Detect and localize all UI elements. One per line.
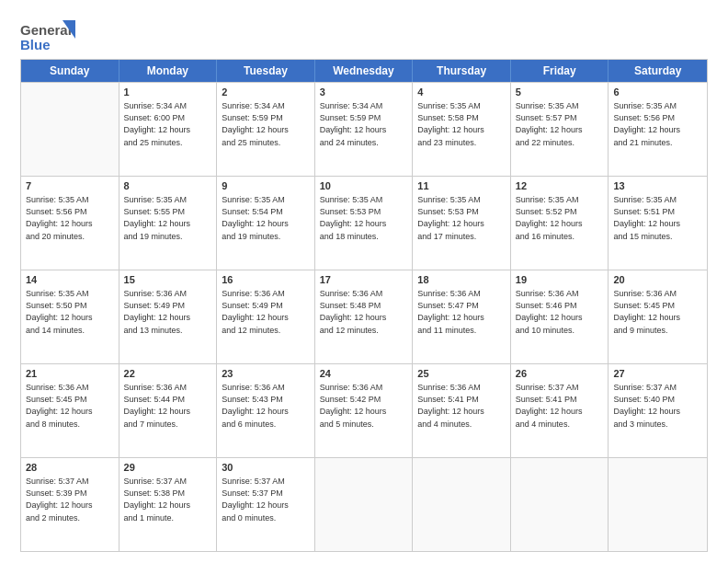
day-info: Sunrise: 5:35 AM Sunset: 5:53 PM Dayligh… — [417, 194, 506, 242]
calendar-cell: 7Sunrise: 5:35 AM Sunset: 5:56 PM Daylig… — [21, 177, 119, 270]
day-info: Sunrise: 5:34 AM Sunset: 6:00 PM Dayligh… — [124, 100, 212, 148]
day-number: 28 — [26, 461, 114, 475]
weekday-header: Thursday — [413, 60, 511, 82]
day-number: 29 — [124, 461, 212, 475]
calendar: SundayMondayTuesdayWednesdayThursdayFrid… — [20, 59, 708, 552]
day-number: 23 — [222, 367, 310, 381]
header: GeneralBlue — [20, 17, 708, 53]
calendar-row: 14Sunrise: 5:35 AM Sunset: 5:50 PM Dayli… — [21, 270, 707, 363]
calendar-cell: 4Sunrise: 5:35 AM Sunset: 5:58 PM Daylig… — [413, 83, 511, 176]
day-info: Sunrise: 5:36 AM Sunset: 5:45 PM Dayligh… — [613, 288, 702, 336]
day-info: Sunrise: 5:36 AM Sunset: 5:47 PM Dayligh… — [417, 288, 506, 336]
weekday-header: Saturday — [609, 60, 707, 82]
day-number: 2 — [222, 86, 310, 99]
day-number: 3 — [320, 86, 408, 99]
day-info: Sunrise: 5:35 AM Sunset: 5:50 PM Dayligh… — [26, 288, 114, 336]
day-info: Sunrise: 5:37 AM Sunset: 5:39 PM Dayligh… — [26, 476, 114, 523]
day-info: Sunrise: 5:34 AM Sunset: 5:59 PM Dayligh… — [222, 100, 310, 148]
calendar-cell: 28Sunrise: 5:37 AM Sunset: 5:39 PM Dayli… — [21, 458, 119, 551]
day-number: 26 — [516, 367, 604, 381]
calendar-cell: 5Sunrise: 5:35 AM Sunset: 5:57 PM Daylig… — [511, 83, 609, 176]
day-info: Sunrise: 5:36 AM Sunset: 5:41 PM Dayligh… — [417, 382, 506, 430]
calendar-cell: 23Sunrise: 5:36 AM Sunset: 5:43 PM Dayli… — [217, 364, 315, 457]
day-info: Sunrise: 5:36 AM Sunset: 5:49 PM Dayligh… — [222, 288, 310, 336]
day-number: 24 — [320, 367, 408, 381]
calendar-row: 28Sunrise: 5:37 AM Sunset: 5:39 PM Dayli… — [21, 457, 707, 551]
calendar-cell: 20Sunrise: 5:36 AM Sunset: 5:45 PM Dayli… — [609, 270, 707, 363]
day-number: 17 — [320, 273, 408, 287]
calendar-cell: 19Sunrise: 5:36 AM Sunset: 5:46 PM Dayli… — [511, 270, 609, 363]
day-info: Sunrise: 5:35 AM Sunset: 5:53 PM Dayligh… — [320, 194, 408, 242]
day-number: 1 — [124, 86, 212, 99]
day-number: 27 — [613, 367, 702, 381]
weekday-header: Tuesday — [217, 60, 315, 82]
day-number: 11 — [417, 179, 506, 193]
calendar-row: 7Sunrise: 5:35 AM Sunset: 5:56 PM Daylig… — [21, 176, 707, 270]
svg-text:General: General — [20, 22, 72, 38]
calendar-body: 1Sunrise: 5:34 AM Sunset: 6:00 PM Daylig… — [21, 82, 707, 551]
calendar-cell: 13Sunrise: 5:35 AM Sunset: 5:51 PM Dayli… — [609, 177, 707, 270]
day-info: Sunrise: 5:35 AM Sunset: 5:54 PM Dayligh… — [222, 194, 310, 242]
day-info: Sunrise: 5:36 AM Sunset: 5:45 PM Dayligh… — [26, 382, 114, 430]
weekday-header: Monday — [119, 60, 218, 82]
day-number: 15 — [124, 273, 212, 287]
calendar-header: SundayMondayTuesdayWednesdayThursdayFrid… — [21, 60, 707, 82]
day-number: 6 — [613, 86, 702, 99]
day-info: Sunrise: 5:36 AM Sunset: 5:42 PM Dayligh… — [320, 382, 408, 430]
day-info: Sunrise: 5:35 AM Sunset: 5:52 PM Dayligh… — [516, 194, 604, 242]
day-number: 25 — [417, 367, 506, 381]
calendar-cell: 26Sunrise: 5:37 AM Sunset: 5:41 PM Dayli… — [511, 364, 609, 457]
day-info: Sunrise: 5:37 AM Sunset: 5:41 PM Dayligh… — [516, 382, 604, 430]
day-info: Sunrise: 5:35 AM Sunset: 5:55 PM Dayligh… — [124, 194, 212, 242]
calendar-cell: 15Sunrise: 5:36 AM Sunset: 5:49 PM Dayli… — [119, 270, 218, 363]
day-info: Sunrise: 5:34 AM Sunset: 5:59 PM Dayligh… — [320, 100, 408, 148]
calendar-cell — [413, 458, 511, 551]
calendar-cell: 9Sunrise: 5:35 AM Sunset: 5:54 PM Daylig… — [217, 177, 315, 270]
calendar-cell: 21Sunrise: 5:36 AM Sunset: 5:45 PM Dayli… — [21, 364, 119, 457]
calendar-cell: 18Sunrise: 5:36 AM Sunset: 5:47 PM Dayli… — [413, 270, 511, 363]
day-info: Sunrise: 5:35 AM Sunset: 5:56 PM Dayligh… — [26, 194, 114, 242]
day-number: 12 — [516, 179, 604, 193]
calendar-cell: 22Sunrise: 5:36 AM Sunset: 5:44 PM Dayli… — [119, 364, 218, 457]
day-info: Sunrise: 5:36 AM Sunset: 5:43 PM Dayligh… — [222, 382, 310, 430]
day-number: 4 — [417, 86, 506, 99]
calendar-cell: 11Sunrise: 5:35 AM Sunset: 5:53 PM Dayli… — [413, 177, 511, 270]
day-number: 19 — [516, 273, 604, 287]
day-number: 14 — [26, 273, 114, 287]
calendar-cell: 14Sunrise: 5:35 AM Sunset: 5:50 PM Dayli… — [21, 270, 119, 363]
calendar-cell: 12Sunrise: 5:35 AM Sunset: 5:52 PM Dayli… — [511, 177, 609, 270]
svg-text:Blue: Blue — [20, 37, 51, 52]
day-info: Sunrise: 5:35 AM Sunset: 5:57 PM Dayligh… — [516, 100, 604, 148]
day-number: 10 — [320, 179, 408, 193]
calendar-cell — [315, 458, 414, 551]
calendar-row: 21Sunrise: 5:36 AM Sunset: 5:45 PM Dayli… — [21, 363, 707, 457]
calendar-row: 1Sunrise: 5:34 AM Sunset: 6:00 PM Daylig… — [21, 82, 707, 176]
day-info: Sunrise: 5:37 AM Sunset: 5:40 PM Dayligh… — [613, 382, 702, 430]
logo: GeneralBlue — [20, 20, 75, 53]
logo-icon: GeneralBlue — [20, 20, 75, 53]
day-info: Sunrise: 5:35 AM Sunset: 5:58 PM Dayligh… — [417, 100, 506, 148]
calendar-cell: 10Sunrise: 5:35 AM Sunset: 5:53 PM Dayli… — [315, 177, 414, 270]
day-info: Sunrise: 5:36 AM Sunset: 5:44 PM Dayligh… — [124, 382, 212, 430]
calendar-cell: 29Sunrise: 5:37 AM Sunset: 5:38 PM Dayli… — [119, 458, 218, 551]
day-info: Sunrise: 5:35 AM Sunset: 5:51 PM Dayligh… — [613, 194, 702, 242]
day-info: Sunrise: 5:36 AM Sunset: 5:48 PM Dayligh… — [320, 288, 408, 336]
weekday-header: Sunday — [21, 60, 119, 82]
calendar-cell: 8Sunrise: 5:35 AM Sunset: 5:55 PM Daylig… — [119, 177, 218, 270]
day-info: Sunrise: 5:36 AM Sunset: 5:46 PM Dayligh… — [516, 288, 604, 336]
calendar-cell: 1Sunrise: 5:34 AM Sunset: 6:00 PM Daylig… — [119, 83, 218, 176]
calendar-cell: 3Sunrise: 5:34 AM Sunset: 5:59 PM Daylig… — [315, 83, 414, 176]
calendar-cell — [21, 83, 119, 176]
calendar-cell — [511, 458, 609, 551]
day-info: Sunrise: 5:37 AM Sunset: 5:38 PM Dayligh… — [124, 476, 212, 523]
day-info: Sunrise: 5:36 AM Sunset: 5:49 PM Dayligh… — [124, 288, 212, 336]
day-number: 30 — [222, 461, 310, 475]
day-number: 22 — [124, 367, 212, 381]
calendar-cell: 24Sunrise: 5:36 AM Sunset: 5:42 PM Dayli… — [315, 364, 414, 457]
day-number: 21 — [26, 367, 114, 381]
calendar-cell: 2Sunrise: 5:34 AM Sunset: 5:59 PM Daylig… — [217, 83, 315, 176]
day-info: Sunrise: 5:35 AM Sunset: 5:56 PM Dayligh… — [613, 100, 702, 148]
calendar-cell: 16Sunrise: 5:36 AM Sunset: 5:49 PM Dayli… — [217, 270, 315, 363]
day-number: 13 — [613, 179, 702, 193]
day-number: 16 — [222, 273, 310, 287]
